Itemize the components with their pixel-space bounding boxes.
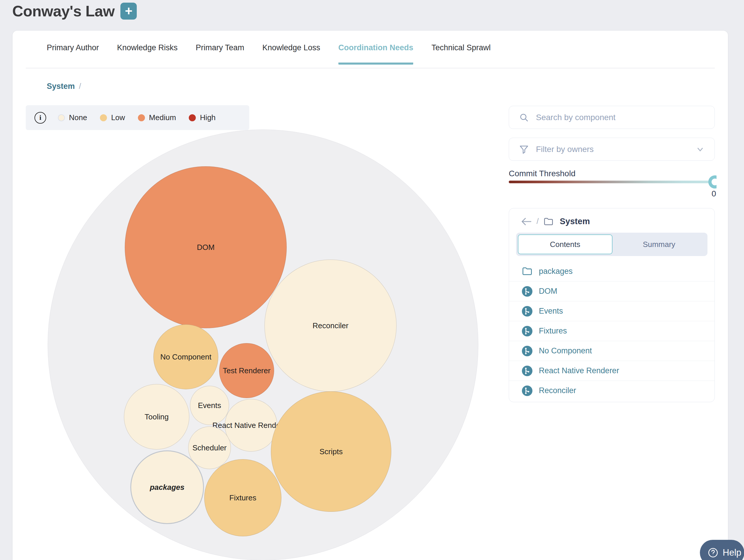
bubble-label: Reconciler — [313, 321, 348, 330]
funnel-icon — [519, 144, 529, 154]
legend-dot-high — [189, 114, 196, 121]
panel-row-react-native-renderer[interactable]: React Native Renderer — [509, 361, 714, 380]
legend-bar: i NoneLowMediumHigh — [26, 105, 249, 130]
bubble-label: No Component — [160, 352, 212, 362]
bubble-no-component[interactable]: No Component — [153, 325, 218, 389]
panel-title: System — [560, 217, 590, 226]
panel-row-label: Fixtures — [539, 327, 567, 336]
panel-tab-summary[interactable]: Summary — [612, 234, 706, 254]
bubble-test-renderer[interactable]: Test Renderer — [219, 343, 274, 398]
panel-row-no-component[interactable]: No Component — [509, 341, 714, 361]
panel-breadcrumb-separator: / — [536, 217, 539, 226]
panel-tab-contents[interactable]: Contents — [518, 234, 612, 254]
legend-label: Low — [111, 113, 125, 122]
component-icon — [522, 326, 532, 336]
slider-handle[interactable] — [708, 175, 716, 189]
commit-threshold-slider: 0 — [509, 174, 716, 206]
bubble-events[interactable]: Events — [190, 386, 229, 425]
bubble-label: Tooling — [145, 412, 169, 421]
legend-dot-none — [58, 114, 65, 121]
bubble-fixtures[interactable]: Fixtures — [204, 459, 282, 536]
bubble-react-native-renderer[interactable]: React Native Renderer — [225, 399, 277, 452]
search-box[interactable]: Search by component — [509, 106, 715, 129]
filter-input[interactable]: Filter by owners — [536, 145, 689, 154]
panel-row-label: Events — [539, 307, 563, 316]
bubble-dom[interactable]: DOM — [125, 166, 287, 328]
panel-row-events[interactable]: Events — [509, 301, 714, 321]
info-icon[interactable]: i — [35, 112, 46, 124]
legend-item-low: Low — [100, 113, 125, 122]
legend-dot-medium — [138, 114, 145, 121]
legend-label: None — [69, 113, 87, 122]
folder-icon — [544, 217, 554, 226]
chevron-down-icon[interactable] — [696, 145, 705, 154]
panel-row-label: No Component — [539, 346, 592, 356]
component-icon — [522, 385, 532, 396]
help-icon — [707, 547, 718, 558]
bubble-label: Fixtures — [229, 493, 256, 502]
search-icon — [519, 113, 529, 122]
panel-row-label: DOM — [539, 287, 557, 296]
legend-items: NoneLowMediumHigh — [58, 113, 216, 122]
slider-track[interactable] — [509, 181, 715, 183]
legend-item-none: None — [58, 113, 87, 122]
filter-box[interactable]: Filter by owners — [509, 138, 715, 161]
panel-row-fixtures[interactable]: Fixtures — [509, 321, 714, 341]
bubble-label: packages — [150, 483, 185, 492]
component-icon — [522, 306, 532, 316]
panel-row-packages[interactable]: packages — [509, 261, 714, 281]
legend-item-high: High — [189, 113, 215, 122]
panel-row-dom[interactable]: DOM — [509, 281, 714, 301]
panel-row-label: Reconciler — [539, 386, 576, 395]
legend-item-medium: Medium — [138, 113, 176, 122]
help-label: Help — [723, 548, 741, 558]
bubble-label: Scheduler — [192, 443, 226, 452]
search-input[interactable]: Search by component — [536, 113, 705, 122]
component-icon — [522, 286, 532, 297]
legend-label: Medium — [149, 113, 176, 122]
bubble-tooling[interactable]: Tooling — [124, 384, 189, 450]
panel-tab-bar: ContentsSummary — [516, 233, 707, 256]
folder-icon — [522, 267, 532, 276]
bubble-label: Events — [198, 401, 221, 410]
component-icon — [522, 346, 532, 356]
panel-contents-list: packagesDOMEventsFixturesNo ComponentRea… — [509, 261, 714, 401]
page: Conway's Law + Primary AuthorKnowledge R… — [0, 0, 744, 560]
bubble-label: Scripts — [320, 447, 342, 456]
system-panel-header: / System — [509, 209, 714, 226]
bubble-label: Test Renderer — [223, 366, 270, 375]
system-panel: / System ContentsSummary packagesDOMEven… — [509, 208, 715, 402]
panel-row-label: React Native Renderer — [539, 366, 619, 375]
panel-row-label: packages — [539, 267, 573, 276]
bubble-label: DOM — [197, 243, 215, 252]
bubble-scripts[interactable]: Scripts — [271, 391, 391, 512]
help-button[interactable]: Help — [700, 540, 744, 560]
bubble-reconciler[interactable]: Reconciler — [264, 260, 397, 391]
bubble-packages[interactable]: packages — [130, 450, 204, 524]
slider-value: 0 — [712, 189, 716, 198]
component-icon — [522, 366, 532, 376]
collapse-left-icon[interactable] — [521, 217, 532, 226]
panel-row-reconciler[interactable]: Reconciler — [509, 380, 714, 401]
legend-label: High — [200, 113, 215, 122]
legend-dot-low — [100, 114, 107, 121]
